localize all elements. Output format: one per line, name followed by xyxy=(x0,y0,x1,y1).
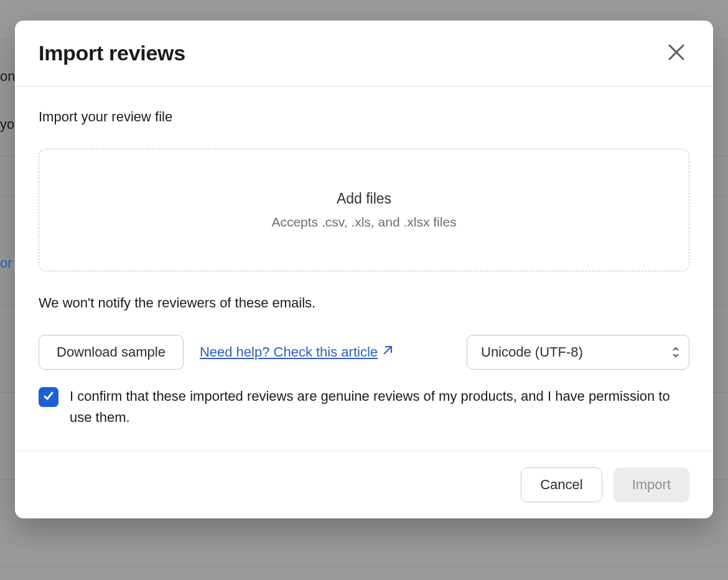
cancel-button[interactable]: Cancel xyxy=(521,467,602,502)
import-reviews-modal: Import reviews Import your review file A… xyxy=(15,21,713,518)
confirm-checkbox[interactable] xyxy=(39,387,58,407)
confirm-row: I confirm that these imported reviews ar… xyxy=(39,386,689,428)
bg-link-fragment: or xyxy=(0,255,12,271)
encoding-select[interactable]: Unicode (UTF-8) xyxy=(467,335,689,370)
close-button[interactable] xyxy=(663,39,689,67)
modal-body: Import your review file Add files Accept… xyxy=(15,87,713,451)
notice-text: We won't notify the reviewers of these e… xyxy=(39,295,689,311)
encoding-select-wrapper: Unicode (UTF-8) xyxy=(467,335,689,370)
dropzone-subtitle: Accepts .csv, .xls, and .xlsx files xyxy=(52,215,676,230)
download-sample-button[interactable]: Download sample xyxy=(39,335,184,370)
modal-header: Import reviews xyxy=(15,21,713,87)
import-button[interactable]: Import xyxy=(614,467,689,502)
section-label: Import your review file xyxy=(39,109,689,125)
bg-text: yo xyxy=(0,116,14,133)
bg-text: on xyxy=(0,68,15,85)
controls-row: Download sample Need help? Check this ar… xyxy=(39,335,689,370)
help-link[interactable]: Need help? Check this article xyxy=(200,344,393,360)
svg-line-0 xyxy=(384,347,391,354)
external-link-icon xyxy=(381,344,393,360)
dropzone-title: Add files xyxy=(52,190,676,207)
modal-title: Import reviews xyxy=(39,41,185,65)
close-icon xyxy=(667,43,686,63)
confirm-label: I confirm that these imported reviews ar… xyxy=(70,386,689,428)
check-icon xyxy=(43,390,54,404)
help-link-label: Need help? Check this article xyxy=(200,344,378,360)
modal-footer: Cancel Import xyxy=(15,451,713,518)
file-dropzone[interactable]: Add files Accepts .csv, .xls, and .xlsx … xyxy=(39,149,689,271)
